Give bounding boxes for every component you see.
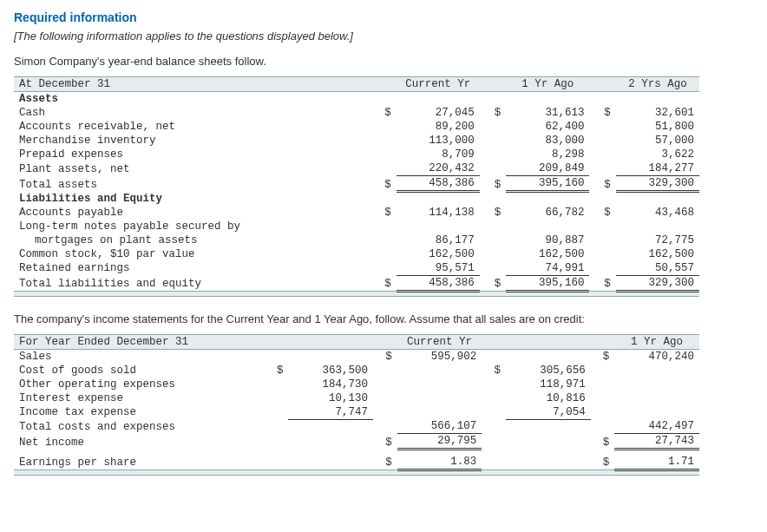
is-col-1yr: 1 Yr Ago (614, 334, 699, 349)
cell-sym: $ (480, 206, 506, 220)
bs-title: At December 31 (14, 77, 370, 92)
is-col-current: Current Yr (397, 334, 482, 349)
cell-sym: $ (370, 206, 396, 220)
cell-sym: $ (480, 275, 506, 291)
is-row-sales: Sales $595,902 $470,240 (14, 349, 699, 364)
cell-sym: $ (373, 349, 397, 364)
cell-sym: $ (589, 106, 615, 120)
cell-val: 162,500 (397, 247, 480, 261)
cell-val: 32,601 (616, 106, 699, 120)
cell-val: 72,775 (616, 233, 699, 247)
cell-label: Merchandise inventory (14, 134, 370, 148)
cell-val: 442,497 (614, 419, 699, 434)
cell-label: Prepaid expenses (14, 148, 370, 161)
bs-row-ltn2: mortgages on plant assets 86,177 90,887 … (14, 233, 699, 247)
cell-val: 566,107 (397, 419, 482, 434)
cell-sym: $ (591, 455, 615, 470)
bs-row-ltn1: Long-term notes payable secured by (14, 220, 699, 233)
cell-sym: $ (480, 176, 506, 192)
bs-header-row: At December 31 Current Yr 1 Yr Ago 2 Yrs… (14, 77, 699, 92)
bs-row-prepaid: Prepaid expenses 8,709 8,298 3,622 (14, 148, 699, 161)
cell-label: Accounts receivable, net (14, 120, 370, 134)
cell-label: Other operating expenses (14, 378, 265, 391)
cell-val: 329,300 (616, 275, 699, 291)
income-statement-table: For Year Ended December 31 Current Yr 1 … (14, 334, 699, 476)
cell-label: Plant assets, net (14, 161, 370, 176)
cell-val: 395,160 (506, 176, 589, 192)
cell-label: Total liabilities and equity (14, 275, 370, 291)
bs-row-total-assets: Total assets $458,386 $395,160 $329,300 (14, 176, 699, 192)
cell-sym: $ (265, 364, 289, 378)
cell-sym: $ (373, 455, 397, 470)
cell-label: Retained earnings (14, 261, 370, 276)
cell-val: 162,500 (506, 247, 589, 261)
cell-label: Common stock, $10 par value (14, 247, 370, 261)
cell-val: 162,500 (616, 247, 699, 261)
cell-label: Earnings per share (14, 455, 265, 470)
cell-val: 1.71 (614, 455, 699, 470)
cell-label: Cost of goods sold (14, 364, 265, 378)
cell-val: 27,045 (397, 106, 480, 120)
is-row-cogs: Cost of goods sold $363,500 $305,656 (14, 364, 699, 378)
cell-val: 7,747 (288, 405, 373, 420)
cell-sym: $ (589, 206, 615, 220)
bs-row-tle: Total liabilities and equity $458,386 $3… (14, 275, 699, 291)
bs-col-1yr: 1 Yr Ago (506, 77, 589, 92)
cell-val: 89,200 (397, 120, 480, 134)
cell-val: 29,795 (397, 434, 482, 450)
bs-row-plant: Plant assets, net 220,432 209,849 184,27… (14, 161, 699, 176)
cell-val: 90,887 (506, 233, 589, 247)
cell-label: Net income (14, 434, 265, 450)
cell-val: 458,386 (397, 275, 480, 291)
cell-val: 3,622 (616, 148, 699, 161)
required-information-heading: Required information (14, 10, 753, 24)
cell-sym: $ (591, 349, 615, 364)
cell-val: 220,432 (397, 161, 480, 176)
cell-sym: $ (370, 275, 396, 291)
cell-val: 27,743 (614, 434, 699, 450)
cell-label: Total costs and expenses (14, 419, 265, 434)
bs-row-ap: Accounts payable $114,138 $66,782 $43,46… (14, 206, 699, 220)
cell-val: 43,468 (616, 206, 699, 220)
balance-sheet-table: At December 31 Current Yr 1 Yr Ago 2 Yrs… (14, 76, 699, 297)
cell-val: 1.83 (397, 455, 482, 470)
is-row-opex: Other operating expenses 184,730 118,971 (14, 378, 699, 391)
cell-val: 62,400 (506, 120, 589, 134)
cell-label: Interest expense (14, 391, 265, 405)
cell-label: mortgages on plant assets (14, 233, 370, 247)
cell-val: 10,130 (288, 391, 373, 405)
is-row-tax: Income tax expense 7,747 7,054 (14, 405, 699, 420)
cell-sym: $ (370, 176, 396, 192)
bs-section-assets: Assets (14, 92, 699, 107)
cell-sym: $ (589, 176, 615, 192)
cell-val: 50,557 (616, 261, 699, 276)
cell-val: 10,816 (506, 391, 591, 405)
cell-sym: $ (482, 364, 506, 378)
cell-val: 184,277 (616, 161, 699, 176)
is-row-tcosts: Total costs and expenses 566,107 442,497 (14, 419, 699, 434)
is-row-eps: Earnings per share $1.83 $1.71 (14, 455, 699, 470)
bs-row-cash: Cash $27,045 $31,613 $32,601 (14, 106, 699, 120)
cell-val: 95,571 (397, 261, 480, 276)
cell-val: 363,500 (288, 364, 373, 378)
cell-val: 8,298 (506, 148, 589, 161)
cell-val: 305,656 (506, 364, 591, 378)
bs-row-cs: Common stock, $10 par value 162,500 162,… (14, 247, 699, 261)
cell-val: 51,800 (616, 120, 699, 134)
is-row-ni: Net income $29,795 $27,743 (14, 434, 699, 450)
cell-label: Cash (14, 106, 370, 120)
cell-val: 118,971 (506, 378, 591, 391)
mid-note: The company's income statements for the … (14, 312, 753, 325)
cell-label: Sales (14, 349, 265, 364)
is-row-intexp: Interest expense 10,130 10,816 (14, 391, 699, 405)
cell-val: 458,386 (397, 176, 480, 192)
cell-label: Income tax expense (14, 405, 265, 420)
cell-sym: $ (480, 106, 506, 120)
cell-sym: $ (589, 275, 615, 291)
intro-text: Simon Company's year-end balance sheets … (14, 55, 753, 68)
cell-val: 209,849 (506, 161, 589, 176)
bs-assets-label: Assets (14, 92, 370, 107)
cell-val: 86,177 (397, 233, 480, 247)
cell-val: 66,782 (506, 206, 589, 220)
bs-row-ar: Accounts receivable, net 89,200 62,400 5… (14, 120, 699, 134)
